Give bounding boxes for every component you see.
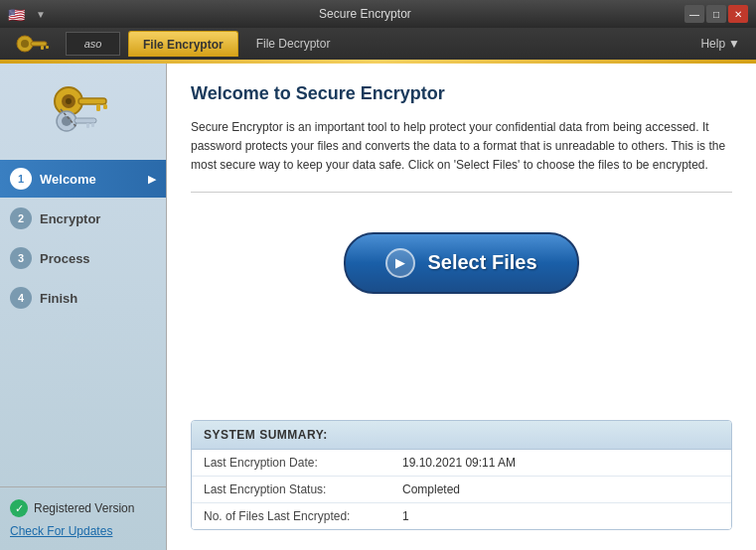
maximize-button[interactable]: □: [706, 5, 726, 23]
menu-bar: aso File Encryptor File Decryptor Help ▼: [0, 28, 756, 60]
system-summary: SYSTEM SUMMARY: Last Encryption Date: 19…: [191, 420, 732, 530]
svg-rect-8: [78, 98, 106, 104]
select-files-label: Select Files: [427, 251, 536, 274]
step-label-encryptor: Encryptor: [40, 211, 100, 226]
svg-rect-4: [46, 46, 49, 49]
sidebar-item-process[interactable]: 3 Process: [0, 239, 166, 277]
main-layout: 1 Welcome ▶ 2 Encryptor 3 Process 4 Fini…: [0, 64, 756, 550]
summary-row-status: Last Encryption Status: Completed: [192, 477, 731, 503]
tab-file-encryptor[interactable]: File Encryptor: [128, 31, 238, 57]
summary-value-date: 19.10.2021 09:11 AM: [402, 456, 516, 470]
window-controls: — □ ✕: [684, 5, 748, 23]
summary-value-status: Completed: [402, 482, 460, 496]
step-number-1: 1: [10, 168, 32, 190]
title-bar: 🇺🇸 ▼ Secure Encryptor — □ ✕: [0, 0, 756, 28]
sidebar-logo-area: [0, 71, 166, 152]
svg-point-1: [21, 40, 29, 48]
sidebar: 1 Welcome ▶ 2 Encryptor 3 Process 4 Fini…: [0, 64, 167, 550]
app-logo-icon: [13, 31, 53, 57]
sidebar-logo-icon: [49, 79, 118, 144]
step-label-welcome: Welcome: [40, 172, 96, 187]
help-menu[interactable]: Help ▼: [692, 33, 748, 55]
select-files-button[interactable]: ▶ Select Files: [344, 232, 578, 294]
svg-rect-15: [91, 123, 94, 127]
minimize-button[interactable]: —: [684, 5, 704, 23]
svg-rect-2: [31, 42, 47, 46]
chevron-down-icon: ▼: [728, 37, 740, 51]
svg-rect-9: [96, 104, 100, 111]
check-updates-link[interactable]: Check For Updates: [10, 524, 112, 538]
svg-rect-13: [75, 118, 96, 123]
summary-label-status: Last Encryption Status:: [204, 482, 402, 496]
svg-rect-10: [103, 104, 107, 109]
summary-value-count: 1: [402, 509, 409, 523]
window-title: Secure Encryptor: [46, 7, 684, 21]
sidebar-item-finish[interactable]: 4 Finish: [0, 279, 166, 317]
step-number-3: 3: [10, 247, 32, 269]
summary-row-count: No. of Files Last Encrypted: 1: [192, 503, 731, 529]
step-label-process: Process: [40, 251, 90, 266]
step-number-2: 2: [10, 207, 32, 229]
step-arrow-welcome: ▶: [148, 173, 156, 186]
content-description: Secure Encryptor is an important tool to…: [191, 118, 732, 176]
registered-label: Registered Version: [34, 501, 134, 515]
sidebar-bottom: ✓ Registered Version Check For Updates: [0, 486, 166, 550]
play-icon: ▶: [385, 248, 415, 278]
summary-row-date: Last Encryption Date: 19.10.2021 09:11 A…: [192, 450, 731, 477]
summary-label-date: Last Encryption Date:: [204, 456, 402, 470]
step-label-finish: Finish: [40, 291, 77, 306]
registered-row: ✓ Registered Version: [10, 499, 156, 517]
close-button[interactable]: ✕: [728, 5, 748, 23]
app-logo-text: aso: [66, 32, 120, 56]
sidebar-item-encryptor[interactable]: 2 Encryptor: [0, 200, 166, 237]
registered-check-icon: ✓: [10, 499, 28, 517]
tab-file-decryptor[interactable]: File Decryptor: [242, 31, 345, 57]
svg-point-12: [62, 116, 72, 126]
summary-label-count: No. of Files Last Encrypted:: [204, 509, 402, 523]
svg-point-7: [66, 98, 72, 104]
step-number-4: 4: [10, 287, 32, 309]
page-title: Welcome to Secure Encryptor: [191, 83, 732, 104]
content-divider: [191, 192, 732, 193]
flag-icon: 🇺🇸: [8, 7, 30, 21]
sidebar-item-welcome[interactable]: 1 Welcome ▶: [0, 160, 166, 198]
content-area: Welcome to Secure Encryptor Secure Encry…: [167, 64, 756, 550]
svg-rect-14: [86, 123, 89, 128]
svg-rect-3: [41, 46, 44, 50]
summary-header: SYSTEM SUMMARY:: [192, 421, 731, 450]
